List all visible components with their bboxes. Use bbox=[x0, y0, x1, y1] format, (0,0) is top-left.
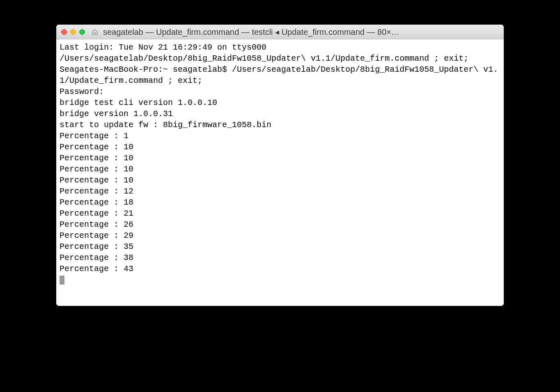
close-button[interactable] bbox=[61, 29, 67, 35]
percentage-line: Percentage : 1 bbox=[60, 131, 129, 141]
percentage-line: Percentage : 43 bbox=[60, 264, 133, 273]
cursor bbox=[60, 276, 64, 285]
window-controls bbox=[61, 29, 85, 35]
terminal-line: /Users/seagatelab/Desktop/8big_RaidFw105… bbox=[60, 54, 468, 63]
percentage-line: Percentage : 10 bbox=[60, 175, 133, 185]
terminal-line: Last login: Tue Nov 21 16:29:49 on ttys0… bbox=[60, 43, 266, 52]
home-icon bbox=[92, 29, 98, 35]
percentage-line: Percentage : 38 bbox=[60, 253, 133, 262]
terminal-content[interactable]: Last login: Tue Nov 21 16:29:49 on ttys0… bbox=[56, 39, 504, 306]
minimize-button[interactable] bbox=[70, 29, 76, 35]
window-title: seagatelab — Update_firm.command — testc… bbox=[102, 27, 499, 37]
terminal-line: bridge test cli version 1.0.0.10 bbox=[60, 98, 217, 107]
terminal-line: Seagates-MacBook-Pro:~ seagatelab$ /User… bbox=[60, 65, 498, 85]
terminal-window: seagatelab — Update_firm.command — testc… bbox=[56, 25, 504, 306]
percentage-line: Percentage : 10 bbox=[60, 142, 133, 152]
terminal-line: bridge version 1.0.0.31 bbox=[60, 109, 173, 119]
percentage-line: Percentage : 10 bbox=[60, 164, 133, 174]
terminal-line: Password: bbox=[60, 87, 104, 96]
percentage-line: Percentage : 26 bbox=[60, 220, 133, 229]
percentage-line: Percentage : 10 bbox=[60, 153, 133, 163]
terminal-line: start to update fw : 8big_firmware_1058.… bbox=[60, 120, 271, 130]
percentage-line: Percentage : 35 bbox=[60, 242, 133, 251]
percentage-line: Percentage : 29 bbox=[60, 231, 133, 240]
titlebar[interactable]: seagatelab — Update_firm.command — testc… bbox=[56, 25, 504, 39]
maximize-button[interactable] bbox=[79, 29, 85, 35]
percentage-line: Percentage : 12 bbox=[60, 187, 133, 196]
percentage-line: Percentage : 21 bbox=[60, 209, 133, 218]
percentage-line: Percentage : 18 bbox=[60, 198, 133, 207]
